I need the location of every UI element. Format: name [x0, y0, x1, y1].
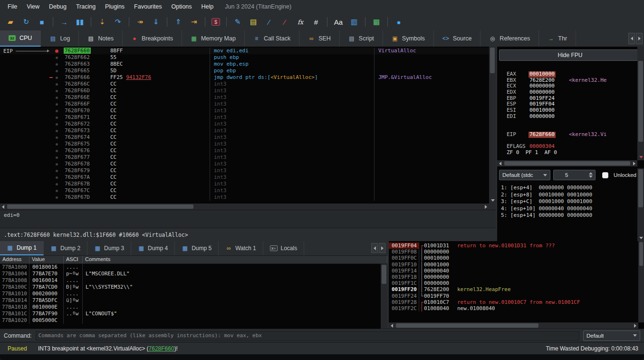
scroll-down-button[interactable] — [638, 154, 644, 160]
tab-dump-1[interactable]: ▦Dump 1 — [0, 241, 44, 255]
bp-slot-dot[interactable] — [56, 143, 58, 146]
tab-locals[interactable]: x=Locals — [263, 241, 304, 255]
tab-memory-map[interactable]: ▦Memory Map — [182, 30, 245, 47]
stop-icon[interactable]: ■ — [37, 18, 47, 26]
bp-slot-dot[interactable] — [56, 196, 58, 199]
command-profile-combo[interactable]: Default — [583, 331, 640, 341]
settings-sphere-icon[interactable]: ● — [394, 18, 404, 26]
register-row[interactable]: EAX00010000 — [507, 71, 636, 78]
run-icon[interactable]: → — [59, 18, 69, 26]
breakpoint-dot[interactable] — [55, 49, 58, 53]
bp-slot-dot[interactable] — [56, 110, 58, 112]
tab-log[interactable]: ▤Log — [41, 30, 79, 47]
trace-into-icon[interactable]: ∕ — [264, 18, 274, 26]
menu-item-plugins[interactable]: Plugins — [100, 1, 129, 12]
disasm-row[interactable]: 7628F673CCint3 — [0, 127, 489, 134]
stack-vertical-scrollbar[interactable] — [638, 241, 644, 322]
scroll-left-button[interactable] — [0, 204, 6, 210]
disasm-row[interactable]: 7628F66CCCint3 — [0, 81, 489, 88]
scroll-right-button[interactable] — [632, 322, 638, 329]
run-till-return-icon[interactable]: ↠ — [135, 18, 145, 26]
dump-row[interactable]: 77BA10180010000E.... — [0, 304, 387, 311]
register-row[interactable]: ESP0019FF04 — [507, 101, 636, 107]
disasm-row[interactable]: 7628F6638BECmov ebp,esp — [0, 61, 489, 68]
dump-row[interactable]: 77BA100C77BA7CD0Ð|ºwL"\\SYSTEM32\\" — [0, 284, 387, 291]
disasm-row[interactable]: 7628F67DCCint3 — [0, 194, 489, 201]
disassembly-vertical-scrollbar[interactable] — [489, 47, 496, 204]
dump-tab-scroll-left-button[interactable] — [371, 243, 378, 253]
fx-icon[interactable]: fx — [296, 19, 305, 26]
bp-slot-dot[interactable] — [56, 130, 58, 132]
scroll-left-button[interactable] — [389, 322, 395, 329]
tab-dump-3[interactable]: ▦Dump 3 — [87, 241, 131, 255]
stack-row[interactable]: 0019FF10│00001000 — [389, 262, 638, 268]
stack-horizontal-scrollbar[interactable] — [389, 322, 638, 329]
calling-convention-combo[interactable]: Default (stdc — [499, 170, 550, 180]
disasm-row[interactable]: 7628F670CCint3 — [0, 107, 489, 114]
argument-row[interactable]: 4: [esp+10] 00000040 00000040 — [501, 205, 636, 213]
bp-slot-dot[interactable] — [56, 70, 58, 72]
tab-source[interactable]: <>Source — [434, 30, 481, 47]
bp-slot-dot[interactable] — [56, 57, 58, 59]
menu-item-help[interactable]: Help — [197, 1, 219, 12]
flags-row[interactable]: ZF 0 PF 1 AF 0 — [507, 150, 636, 156]
disasm-row[interactable]: 7628F666FF25 94132F76jmp dword ptr ds:[<… — [0, 74, 489, 81]
disasm-row[interactable]: 7628F679CCint3 — [0, 167, 489, 174]
bp-slot-dot[interactable] — [56, 190, 58, 192]
seh-dollar-icon[interactable]: $ — [211, 18, 220, 26]
tab-threads[interactable]: →Thr — [539, 30, 576, 47]
disasm-row[interactable]: 7628F671CCint3 — [0, 114, 489, 121]
disasm-row[interactable]: 7628F66ECCint3 — [0, 94, 489, 101]
disasm-row[interactable]: 7628F675CCint3 — [0, 141, 489, 147]
scrollbar-thumb[interactable] — [504, 161, 630, 165]
dump-table[interactable]: AddressValueASCIComments 77BA10000018001… — [0, 255, 387, 329]
scroll-left-button[interactable] — [497, 160, 503, 166]
register-row[interactable]: EDI00000000 — [507, 114, 636, 120]
dump-header-address[interactable]: Address — [0, 256, 29, 263]
disasm-row[interactable]: 7628F66255push ebp — [0, 54, 489, 61]
disasm-row[interactable]: 7628F6655Dpop ebp — [0, 68, 489, 74]
disasm-row[interactable]: 7628F67CCCint3 — [0, 187, 489, 194]
tab-scroll-left-button[interactable] — [628, 33, 635, 44]
stack-row[interactable]: 0019FF1C│00000000 — [389, 280, 638, 286]
scrollbar-thumb[interactable] — [382, 265, 386, 284]
bp-slot-dot[interactable] — [56, 77, 58, 79]
tab-notes[interactable]: ▤Notes — [79, 30, 123, 47]
restart-icon[interactable]: ↻ — [21, 18, 31, 26]
hide-fpu-button[interactable]: Hide FPU — [499, 49, 641, 61]
register-row[interactable]: EBP0019FF24 — [507, 96, 636, 102]
register-row[interactable]: EBX7628E200<kernel32.He — [507, 78, 636, 84]
disasm-row[interactable]: 7628F67BCCint3 — [0, 181, 489, 187]
register-row[interactable]: EIP7628F660<kernel32.Vi — [507, 132, 636, 138]
stack-row[interactable]: 0019FF08│00000000 — [389, 249, 638, 255]
register-row[interactable]: EDX00000000 — [507, 89, 636, 96]
stack-row[interactable]: 0019FF2C│01008040new.01008040 — [389, 305, 638, 311]
disasm-row[interactable]: 7628F672CCint3 — [0, 121, 489, 127]
tab-cpu[interactable]: 32CPU — [0, 30, 41, 47]
hash-icon[interactable]: # — [311, 18, 321, 26]
scrollbar-thumb[interactable] — [396, 323, 538, 328]
scrollbar-thumb[interactable] — [638, 61, 643, 142]
menu-item-favourites[interactable]: Favourites — [129, 1, 166, 12]
dump-header-asci[interactable]: ASCI — [64, 256, 83, 263]
dump-header-comments[interactable]: Comments — [83, 256, 387, 263]
scroll-down-button[interactable] — [490, 197, 496, 204]
bp-slot-dot[interactable] — [56, 90, 58, 92]
dump-row[interactable]: 77BA100800160014.... — [0, 277, 387, 284]
scrollbar-thumb[interactable] — [490, 48, 495, 73]
stack-row[interactable]: 0019FF24└0019FF70 — [389, 293, 638, 299]
dump-header-value[interactable]: Value — [29, 256, 64, 263]
stack-pane[interactable]: 0019FF04┌01001D31return to new.01001D31 … — [387, 241, 644, 329]
tab-dump-4[interactable]: ▦Dump 4 — [131, 241, 175, 255]
argument-row[interactable]: 1: [esp+4] 00000000 00000000 — [501, 185, 636, 192]
bp-slot-dot[interactable] — [56, 170, 58, 172]
table-icon[interactable]: ▦ — [372, 18, 381, 26]
trace-over-icon[interactable]: ∕ — [280, 18, 289, 26]
menu-item-debug[interactable]: Debug — [44, 1, 71, 12]
tab-scroll-right-button[interactable] — [636, 33, 643, 44]
stack-row[interactable]: 0019FF28┌010010C7return to new.010010C7 … — [389, 299, 638, 305]
tab-script[interactable]: ▤Script — [340, 30, 383, 47]
bp-slot-dot[interactable] — [56, 83, 58, 86]
open-file-icon[interactable]: ▰ — [6, 18, 15, 26]
run-to-selection-icon[interactable]: ⇥ — [189, 18, 199, 26]
